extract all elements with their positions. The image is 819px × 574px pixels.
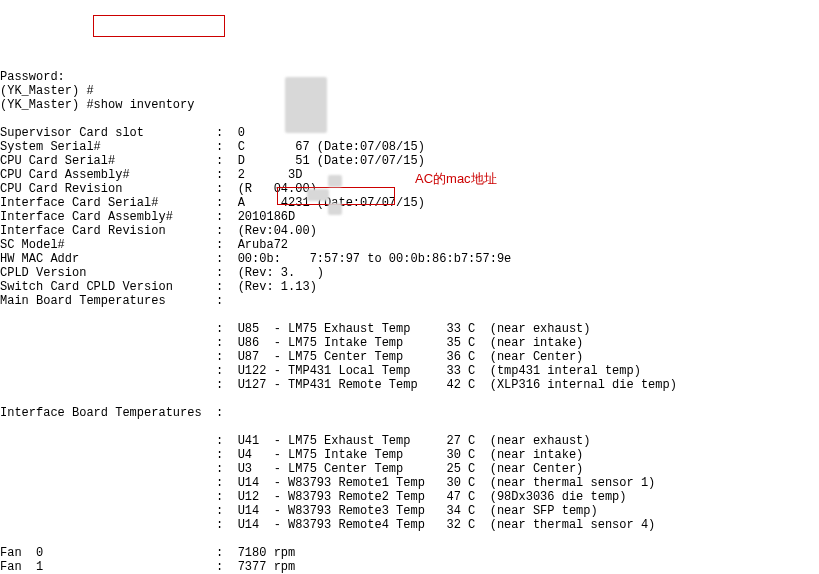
prompt-line2-prefix: (YK_Master) xyxy=(0,98,86,112)
fans-block: Fan 0 : 7180 rpm Fan 1 : 7377 rpm Fan 2 … xyxy=(0,546,819,574)
mainboard-temps: : U85 - LM75 Exhaust Temp 33 C (near exh… xyxy=(0,322,819,392)
prompt-line1: (YK_Master) # xyxy=(0,84,94,98)
interface-temps: : U41 - LM75 Exhaust Temp 27 C (near exh… xyxy=(0,434,819,532)
pw-line: Password: xyxy=(0,70,65,84)
command-text[interactable]: #show inventory xyxy=(86,98,194,112)
terminal-output: Password: (YK_Master) # (YK_Master) #sho… xyxy=(0,56,819,574)
interface-temps-header: Interface Board Temperatures : xyxy=(0,406,819,420)
inventory-block: Supervisor Card slot : 0 System Serial# … xyxy=(0,126,819,308)
annotation-mac-label: AC的mac地址 xyxy=(415,172,497,186)
highlight-box-command xyxy=(93,15,225,37)
